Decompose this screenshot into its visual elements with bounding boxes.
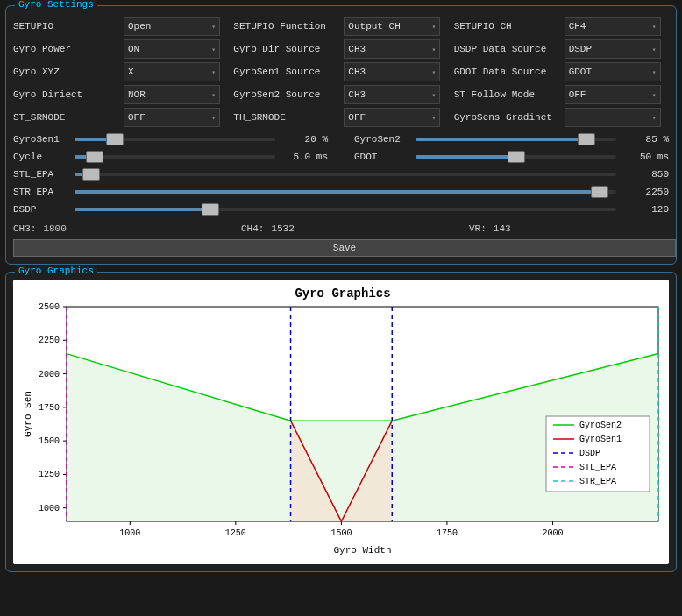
str_epa-label: STR_EPA (13, 187, 66, 197)
svg-text:1750: 1750 (39, 403, 60, 413)
svg-text:2000: 2000 (542, 528, 563, 538)
dropdown-gyro-power[interactable]: ON▾ (124, 39, 220, 59)
gyrosen1-value: 20 % (284, 134, 328, 145)
gyro-settings-panel: Gyro Settings SETUPIOOpen▾SETUPIO Functi… (5, 5, 677, 265)
chevron-down-icon: ▾ (432, 46, 437, 53)
chevron-down-icon: ▾ (652, 114, 657, 122)
stl_epa-label: STL_EPA (13, 169, 66, 180)
gyrosen2-slider[interactable] (416, 138, 616, 141)
dropdown-gyro-dir-source[interactable]: CH3▾ (344, 39, 440, 59)
dropdown-st-follow-mode[interactable]: OFF▾ (565, 85, 661, 104)
svg-text:1750: 1750 (437, 528, 458, 538)
field-label: SETUPIO Function (233, 21, 338, 32)
svg-text:1500: 1500 (39, 436, 60, 446)
svg-text:1250: 1250 (225, 528, 246, 538)
settings-title: Gyro Settings (15, 0, 97, 10)
svg-text:GyroSen2: GyroSen2 (579, 421, 622, 430)
dropdown-gyrosen1-source[interactable]: CH3▾ (344, 62, 440, 81)
gdot-value: 50 ms (625, 152, 669, 162)
dropdown-setupio[interactable]: Open▾ (124, 17, 220, 36)
cycle-value: 5.0 ms (284, 152, 328, 162)
gdot-label: GDOT (354, 152, 407, 162)
svg-text:STR_EPA: STR_EPA (579, 477, 616, 486)
vr-label: VR: (469, 223, 487, 234)
svg-text:GyroSen1: GyroSen1 (579, 435, 622, 444)
field-label: Gyro Diriect (13, 89, 118, 100)
dropdown-st-srmode[interactable]: OFF▾ (124, 108, 220, 127)
chevron-down-icon: ▾ (432, 114, 437, 122)
svg-text:2250: 2250 (39, 336, 60, 345)
dropdown-th-srmode[interactable]: OFF▾ (344, 108, 440, 127)
chart-area: Gyro Graphics100012501500175020002250250… (13, 280, 669, 564)
ch4-label: CH4: (241, 223, 264, 234)
dropdown-dsdp-data-source[interactable]: DSDP▾ (565, 39, 661, 59)
chevron-down-icon: ▾ (211, 114, 216, 122)
str_epa-slider[interactable] (75, 190, 616, 194)
chevron-down-icon: ▾ (652, 46, 657, 53)
field-label: ST_SRMODE (13, 112, 118, 123)
svg-text:STL_EPA: STL_EPA (579, 463, 616, 472)
chevron-down-icon: ▾ (432, 91, 437, 99)
gyro-graphics-panel: Gyro Graphics Gyro Graphics1000125015001… (5, 272, 677, 572)
chevron-down-icon: ▾ (211, 23, 216, 31)
cycle-label: Cycle (13, 152, 66, 162)
svg-text:Gyro Graphics: Gyro Graphics (295, 287, 390, 301)
chevron-down-icon: ▾ (432, 68, 437, 76)
graphics-title: Gyro Graphics (15, 266, 97, 276)
dropdown-setupio-function[interactable]: Output CH▾ (344, 17, 440, 36)
chevron-down-icon: ▾ (652, 68, 657, 76)
cycle-slider[interactable] (75, 155, 275, 159)
chevron-down-icon: ▾ (211, 68, 216, 76)
field-label: GyroSen2 Source (233, 89, 338, 100)
ch3-value: 1800 (43, 223, 66, 234)
chevron-down-icon: ▾ (211, 46, 216, 53)
svg-text:Gyro Sen: Gyro Sen (23, 391, 33, 437)
field-label: DSDP Data Source (454, 44, 559, 54)
gyrosen2-value: 85 % (625, 134, 669, 145)
field-label: Gyro Power (13, 44, 118, 54)
dropdown-gyro-xyz[interactable]: X▾ (124, 62, 220, 81)
svg-text:2500: 2500 (39, 302, 60, 312)
dropdown-gyrosen2-source[interactable]: CH3▾ (344, 85, 440, 104)
svg-text:DSDP: DSDP (579, 449, 600, 458)
svg-text:1000: 1000 (119, 528, 140, 538)
gyrosen2-label: GyroSen2 (354, 134, 407, 145)
dropdown-setupio-ch[interactable]: CH4▾ (565, 17, 661, 36)
gyro-chart: Gyro Graphics100012501500175020002250250… (18, 285, 667, 556)
chevron-down-icon: ▾ (652, 91, 657, 99)
field-label: GyroSens Gradinet (454, 112, 559, 123)
gyrosen1-slider[interactable] (75, 138, 275, 141)
field-label: GyroSen1 Source (233, 67, 338, 77)
chevron-down-icon: ▾ (211, 91, 216, 99)
dropdown-gdot-data-source[interactable]: GDOT▾ (565, 62, 661, 81)
stl_epa-slider[interactable] (75, 173, 616, 176)
dropdown-gyro-diriect[interactable]: NOR▾ (124, 85, 220, 104)
ch3-label: CH3: (13, 223, 36, 234)
field-label: Gyro Dir Source (233, 44, 338, 54)
svg-text:1500: 1500 (330, 528, 352, 538)
dsdp-label: DSDP (13, 204, 66, 215)
field-label: SETUPIO CH (454, 21, 559, 32)
str_epa-value: 2250 (625, 187, 669, 197)
dsdp-slider[interactable] (75, 208, 616, 211)
dsdp-value: 120 (625, 204, 669, 215)
vr-value: 143 (494, 223, 511, 234)
field-label: Gyro XYZ (13, 67, 118, 77)
svg-text:Gyro Width: Gyro Width (333, 545, 391, 556)
chevron-down-icon: ▾ (652, 23, 657, 31)
save-button[interactable]: Save (13, 239, 676, 257)
svg-text:2000: 2000 (39, 370, 60, 379)
field-label: SETUPIO (13, 21, 118, 32)
svg-text:1250: 1250 (39, 470, 60, 479)
ch4-value: 1532 (271, 223, 294, 234)
chevron-down-icon: ▾ (432, 23, 437, 31)
dropdown-gyrosens-gradinet: ▾ (565, 108, 661, 127)
field-label: GDOT Data Source (454, 67, 559, 77)
svg-text:1000: 1000 (39, 504, 60, 513)
stl_epa-value: 850 (625, 169, 669, 180)
gdot-slider[interactable] (416, 155, 616, 159)
field-label: TH_SRMODE (233, 112, 338, 123)
field-label: ST Follow Mode (454, 89, 559, 100)
gyrosen1-label: GyroSen1 (13, 134, 66, 145)
